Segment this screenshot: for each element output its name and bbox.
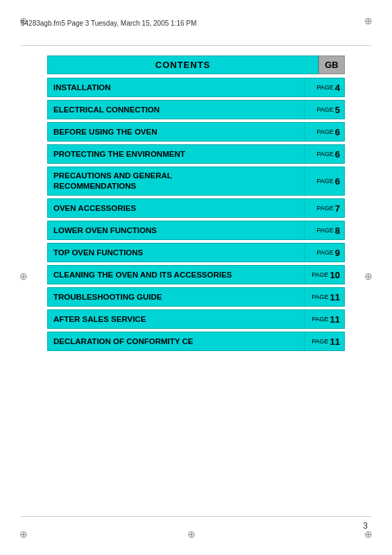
- toc-label-text: OVEN ACCESSORIES: [53, 203, 136, 214]
- toc-page: PAGE4: [304, 78, 344, 96]
- toc-row: DECLARATION OF CONFORMITY CEPAGE11: [47, 332, 345, 351]
- toc-page: PAGE7: [304, 199, 344, 217]
- toc-label-text: PRECAUTIONS AND GENERALRECOMMENDATIONS: [53, 171, 172, 191]
- toc-label: TOP OVEN FUNCTIONS: [48, 244, 304, 262]
- toc-label: DECLARATION OF CONFORMITY CE: [48, 332, 304, 350]
- toc-label: TROUBLESHOOTING GUIDE: [48, 288, 304, 306]
- toc-row: PROTECTING THE ENVIRONMENTPAGE6: [47, 144, 345, 164]
- crosshair-mid-right: ⊕: [364, 271, 373, 282]
- page-word: PAGE: [312, 293, 328, 300]
- toc-page: PAGE9: [304, 244, 344, 262]
- page-word: PAGE: [316, 205, 333, 212]
- page-word: PAGE: [316, 128, 333, 135]
- content-area: CONTENTS GB INSTALLATIONPAGE4ELECTRICAL …: [47, 56, 345, 354]
- toc-label-text: DECLARATION OF CONFORMITY CE: [53, 336, 193, 347]
- page-num: 6: [335, 127, 340, 137]
- toc-row: INSTALLATIONPAGE4: [47, 78, 345, 97]
- bottom-divider: [21, 516, 371, 517]
- page-num: 5: [335, 105, 340, 115]
- page-num: 11: [330, 314, 340, 325]
- toc-row: BEFORE USING THE OVENPAGE6: [47, 122, 345, 142]
- toc-label-text: TROUBLESHOOTING GUIDE: [53, 292, 162, 302]
- gb-label: GB: [318, 56, 345, 74]
- toc-row: TOP OVEN FUNCTIONSPAGE9: [47, 243, 345, 262]
- toc-label-text: LOWER OVEN FUNCTIONS: [53, 225, 157, 236]
- header-text: 54283agb.fm5 Page 3 Tuesday, March 15, 2…: [21, 19, 196, 27]
- toc-row: TROUBLESHOOTING GUIDEPAGE11: [47, 287, 345, 307]
- toc-page: PAGE5: [304, 101, 344, 119]
- page-num: 4: [335, 83, 340, 93]
- toc-label: AFTER SALES SERVICE: [48, 310, 304, 328]
- toc-page: PAGE11: [304, 332, 344, 350]
- toc-page: PAGE10: [304, 266, 344, 284]
- contents-header: CONTENTS GB: [47, 56, 345, 74]
- toc-label: CLEANING THE OVEN AND ITS ACCESSORIES: [48, 266, 304, 284]
- toc-label-text: INSTALLATION: [53, 83, 111, 93]
- toc-row: ELECTRICAL CONNECTIONPAGE5: [47, 100, 345, 119]
- page-word: PAGE: [316, 84, 333, 91]
- page-num: 8: [335, 225, 340, 236]
- toc-label-text: AFTER SALES SERVICE: [53, 314, 146, 325]
- page-num: 10: [330, 270, 340, 280]
- page-word: PAGE: [312, 271, 328, 278]
- page-word: PAGE: [316, 151, 333, 157]
- header: 54283agb.fm5 Page 3 Tuesday, March 15, 2…: [21, 19, 371, 27]
- toc-label-text: CLEANING THE OVEN AND ITS ACCESSORIES: [53, 270, 232, 280]
- page-word: PAGE: [316, 249, 333, 256]
- toc-label: PRECAUTIONS AND GENERALRECOMMENDATIONS: [48, 167, 304, 195]
- toc-page: PAGE11: [304, 288, 344, 306]
- page-num: 11: [330, 336, 340, 347]
- toc-label-text: TOP OVEN FUNCTIONS: [53, 248, 143, 258]
- top-divider: [21, 45, 371, 46]
- toc-label: PROTECTING THE ENVIRONMENT: [48, 145, 304, 163]
- crosshair-bot-mid: ⊕: [187, 529, 196, 540]
- toc-page: PAGE8: [304, 221, 344, 239]
- page-num: 11: [330, 292, 340, 302]
- toc-page: PAGE11: [304, 310, 344, 328]
- page-num: 6: [335, 176, 340, 187]
- page-num: 7: [335, 203, 340, 214]
- toc-label-text: PROTECTING THE ENVIRONMENT: [53, 149, 185, 160]
- toc-label-text: ELECTRICAL CONNECTION: [53, 105, 160, 115]
- page-number: 3: [363, 521, 368, 531]
- toc-label: LOWER OVEN FUNCTIONS: [48, 221, 304, 239]
- contents-title: CONTENTS: [47, 56, 318, 74]
- toc-label: INSTALLATION: [48, 78, 304, 96]
- crosshair-mid-left: ⊕: [19, 271, 28, 282]
- toc-row: PRECAUTIONS AND GENERALRECOMMENDATIONSPA…: [47, 166, 345, 196]
- toc-row: OVEN ACCESSORIESPAGE7: [47, 198, 345, 218]
- toc-label-text: BEFORE USING THE OVEN: [53, 127, 157, 137]
- page-word: PAGE: [316, 178, 333, 185]
- page-word: PAGE: [316, 227, 333, 234]
- toc-container: INSTALLATIONPAGE4ELECTRICAL CONNECTIONPA…: [47, 78, 345, 351]
- toc-row: LOWER OVEN FUNCTIONSPAGE8: [47, 221, 345, 240]
- toc-row: AFTER SALES SERVICEPAGE11: [47, 309, 345, 329]
- toc-page: PAGE6: [304, 145, 344, 163]
- page-num: 6: [335, 149, 340, 160]
- toc-page: PAGE6: [304, 167, 344, 195]
- page-word: PAGE: [312, 316, 328, 323]
- toc-row: CLEANING THE OVEN AND ITS ACCESSORIESPAG…: [47, 265, 345, 284]
- toc-label: ELECTRICAL CONNECTION: [48, 101, 304, 119]
- toc-label: BEFORE USING THE OVEN: [48, 123, 304, 141]
- page-word: PAGE: [312, 338, 328, 345]
- toc-label: OVEN ACCESSORIES: [48, 199, 304, 217]
- page: ⊕ ⊕ ⊕ ⊕ ⊕ ⊕ ⊕ 54283agb.fm5 Page 3 Tuesda…: [0, 0, 392, 555]
- page-num: 9: [335, 248, 340, 258]
- crosshair-bot-left: ⊕: [19, 529, 28, 540]
- toc-page: PAGE6: [304, 123, 344, 141]
- page-word: PAGE: [316, 106, 333, 113]
